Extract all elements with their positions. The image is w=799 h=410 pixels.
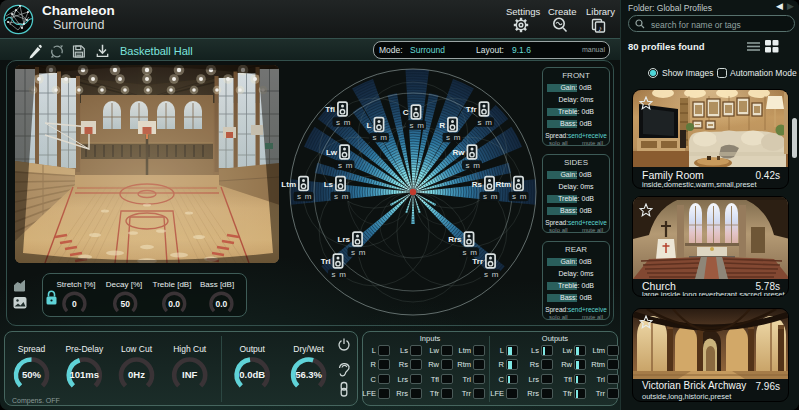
svg-text:♪: ♪ (598, 24, 602, 33)
